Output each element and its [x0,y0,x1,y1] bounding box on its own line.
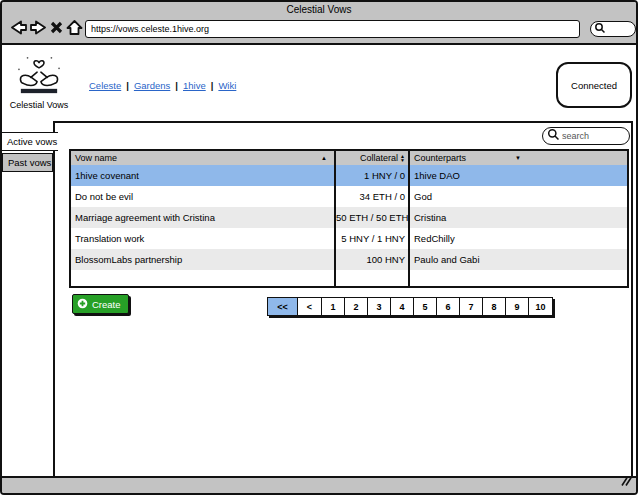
vow-name-cell: BlossomLabs partnership [71,249,336,270]
sort-ascending-icon[interactable]: ▲ [321,151,327,165]
logo-label: Celestial Vows [8,100,70,110]
collateral-cell: 5 HNY / 1 HNY [336,228,410,249]
column-label: Counterparts [414,151,466,165]
nav-separator: | [126,80,129,91]
stop-x-icon [49,18,64,37]
counterparts-cell: God [410,186,627,207]
heart-hands-icon [13,82,65,99]
nav-item: Wiki| [218,80,236,91]
column-header-vow-name[interactable]: Vow name ▲ [71,151,336,165]
page-button[interactable]: 3 [368,298,391,315]
magnifier-icon [594,20,606,38]
column-header-counterparts[interactable]: Counterparts ▼ [410,151,627,165]
page-button[interactable]: 7 [460,298,483,315]
pagination: <<<12345678910 [267,297,553,316]
nav-separator: | [211,80,214,91]
page-button[interactable]: << [268,298,298,315]
url-bar[interactable] [85,20,580,38]
nav-link[interactable]: 1hive [183,80,206,91]
create-button-label: Create [92,299,121,310]
home-button[interactable] [65,18,84,37]
nav-link[interactable]: Celeste [89,80,121,91]
page-button[interactable]: 2 [345,298,368,315]
vow-tab[interactable]: Active vows [2,132,58,151]
wallet-connected-button[interactable]: Connected [556,62,632,108]
sort-descending-icon[interactable]: ▼ [515,151,521,165]
nav-item: 1hive| [183,80,218,91]
stop-button[interactable] [49,18,64,37]
vow-name-cell: Translation work [71,228,336,249]
back-arrow-icon [9,18,28,37]
table-row[interactable]: 1hive covenant 1 HNY / 0 1hive DAO [71,165,627,186]
table-row[interactable]: BlossomLabs partnership 100 HNY Paulo an… [71,249,627,270]
vows-table: Vow name ▲ Collateral ▲▼ Counterparts ▼ … [69,149,629,288]
vow-name-cell: 1hive covenant [71,165,336,186]
browser-window: Celestial Vows [0,0,638,495]
page-button[interactable]: 8 [483,298,506,315]
counterparts-cell: RedChilly [410,228,627,249]
status-bar [2,476,636,494]
collateral-cell: 1 HNY / 0 [336,165,410,186]
search-input[interactable] [562,131,620,141]
app-logo: Celestial Vows [8,54,70,110]
column-label: Collateral [360,151,398,165]
collateral-cell: 50 ETH / 50 ETH [336,207,410,228]
column-label: Vow name [75,151,117,165]
back-button[interactable] [9,18,28,37]
counterparts-cell: Paulo and Gabi [410,249,627,270]
browser-chrome: Celestial Vows [2,2,636,45]
table-row[interactable]: Do not be evil 34 ETH / 0 God [71,186,627,207]
vow-name-cell: Marriage agreement with Cristina [71,207,336,228]
vow-name-cell: Do not be evil [71,186,336,207]
column-header-collateral[interactable]: Collateral ▲▼ [336,151,410,165]
resize-grip-icon[interactable] [619,472,632,490]
table-empty-space [71,270,627,286]
forward-arrow-icon [29,18,48,37]
forward-button[interactable] [29,18,48,37]
page-button[interactable]: 6 [437,298,460,315]
create-vow-button[interactable]: Create [72,294,129,314]
page-button[interactable]: < [298,298,322,315]
sort-both-icon[interactable]: ▲▼ [400,154,405,163]
nav-link[interactable]: Wiki [218,80,236,91]
table-header-row: Vow name ▲ Collateral ▲▼ Counterparts ▼ [71,151,627,165]
collateral-cell: 100 HNY [336,249,410,270]
vow-search[interactable] [542,127,630,145]
home-icon [65,18,84,37]
table-row[interactable]: Translation work 5 HNY / 1 HNY RedChilly [71,228,627,249]
main-nav: Celeste|Gardens|1hive|Wiki| [89,80,236,91]
page-button[interactable]: 10 [529,298,552,315]
nav-link[interactable]: Gardens [134,80,170,91]
table-body: 1hive covenant 1 HNY / 0 1hive DAO Do no… [71,165,627,286]
vow-tab[interactable]: Past vows [2,153,53,172]
magnifier-icon [547,127,560,145]
page-button[interactable]: 4 [391,298,414,315]
nav-separator: | [175,80,178,91]
table-row[interactable]: Marriage agreement with Cristina 50 ETH … [71,207,627,228]
page-button[interactable]: 1 [322,298,345,315]
window-title: Celestial Vows [2,4,636,15]
nav-item: Celeste| [89,80,134,91]
plus-circle-icon [77,298,88,311]
page-button[interactable]: 9 [506,298,529,315]
counterparts-cell: Cristina [410,207,627,228]
counterparts-cell: 1hive DAO [410,165,627,186]
page-button[interactable]: 5 [414,298,437,315]
collateral-cell: 34 ETH / 0 [336,186,410,207]
nav-item: Gardens| [134,80,183,91]
vow-tabs: Active vowsPast vows [2,132,58,172]
browser-search-box[interactable] [590,21,636,37]
